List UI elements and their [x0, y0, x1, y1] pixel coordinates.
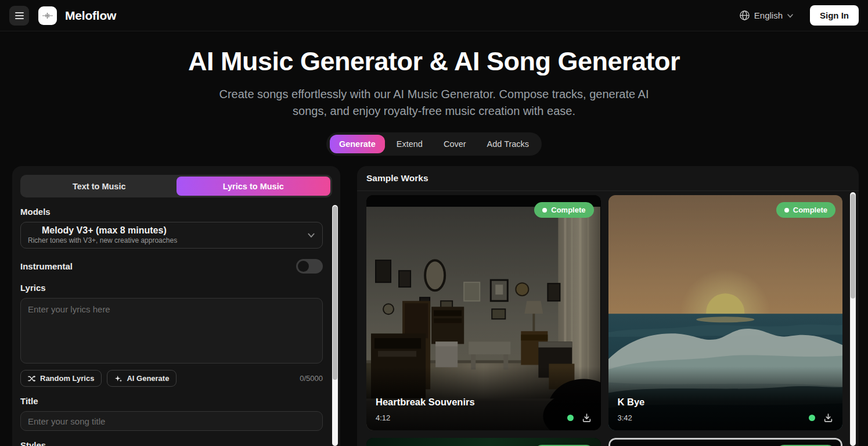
model-description: Richer tones with V3+, new creative appr…: [28, 236, 302, 244]
shuffle-icon: [28, 375, 36, 383]
title-label: Title: [20, 396, 323, 406]
tab-generate[interactable]: Generate: [330, 135, 385, 153]
composer-panel: Text to Music Lyrics to Music Models Mel…: [12, 166, 340, 446]
status-badge: Complete: [776, 202, 835, 218]
hamburger-menu-button[interactable]: [9, 6, 29, 26]
download-icon: [582, 413, 592, 423]
track-title: Heartbreak Souvenirs: [376, 397, 592, 408]
badge-label: Complete: [793, 206, 827, 214]
download-button[interactable]: [823, 413, 833, 423]
chevron-down-icon: [787, 12, 794, 19]
sample-card[interactable]: Complete: [366, 438, 601, 446]
badge-label: Complete: [551, 206, 585, 214]
instrumental-toggle[interactable]: [296, 259, 323, 274]
hamburger-icon: [15, 12, 24, 19]
page-title: AI Music Generator & AI Song Generator: [0, 46, 868, 77]
composer-scrollbar: [332, 205, 338, 446]
language-selector[interactable]: English: [739, 10, 794, 21]
mode-tabs: Generate Extend Cover Add Tracks: [326, 132, 542, 156]
tab-add-tracks[interactable]: Add Tracks: [478, 135, 539, 153]
lyrics-label: Lyrics: [20, 283, 323, 293]
random-lyrics-button[interactable]: Random Lyrics: [20, 370, 102, 387]
sample-works-heading: Sample Works: [357, 166, 859, 191]
samples-scrollbar: [850, 192, 856, 446]
card-footer: Heartbreak Souvenirs 4:12: [366, 366, 601, 430]
download-button[interactable]: [582, 413, 592, 423]
input-mode-switch: Text to Music Lyrics to Music: [20, 175, 332, 197]
samples-scrollbar-thumb[interactable]: [851, 194, 855, 298]
character-counter: 0/5000: [300, 374, 323, 383]
download-icon: [823, 413, 833, 423]
lyrics-to-music-tab[interactable]: Lyrics to Music: [177, 177, 331, 196]
composer-form: Models Melody V3+ (max 8 minutes) Richer…: [20, 207, 323, 446]
track-title: K Bye: [618, 397, 834, 408]
status-badge: Complete: [534, 202, 593, 218]
waveform-icon: [42, 10, 53, 21]
badge-dot-icon: [542, 208, 547, 213]
lyrics-input[interactable]: [20, 298, 323, 364]
track-duration: 4:12: [376, 413, 390, 422]
top-nav: Meloflow English Sign In: [0, 0, 868, 31]
text-to-music-tab[interactable]: Text to Music: [22, 177, 177, 196]
ai-generate-button[interactable]: AI Generate: [107, 370, 177, 387]
styles-label: Styles: [20, 440, 323, 446]
ready-dot-icon: [567, 415, 574, 421]
page-subtitle: Create songs effortlessly with our AI Mu…: [219, 86, 649, 120]
tab-cover[interactable]: Cover: [434, 135, 476, 153]
track-duration: 3:42: [618, 413, 632, 422]
sample-works-grid: Complete Heartbreak Souvenirs 4:12: [366, 195, 842, 446]
sparkles-icon: [114, 375, 123, 383]
sample-card[interactable]: Complete Heartbreak Souvenirs 4:12: [366, 195, 601, 430]
chevron-down-icon: [307, 231, 315, 239]
composer-scrollbar-thumb[interactable]: [333, 206, 337, 380]
model-select[interactable]: Melody V3+ (max 8 minutes) Richer tones …: [20, 222, 323, 249]
language-label: English: [754, 10, 783, 20]
sample-card[interactable]: Complete: [608, 438, 843, 446]
globe-icon: [739, 10, 750, 21]
app-logo[interactable]: [38, 6, 57, 25]
sample-works-panel: Sample Works: [357, 166, 859, 446]
instrumental-label: Instrumental: [20, 261, 73, 271]
ai-generate-label: AI Generate: [127, 374, 169, 383]
random-lyrics-label: Random Lyrics: [40, 374, 94, 383]
toggle-knob: [298, 261, 309, 272]
model-name: Melody V3+ (max 8 minutes): [28, 225, 302, 236]
hero-section: AI Music Generator & AI Song Generator C…: [0, 31, 868, 156]
badge-dot-icon: [784, 208, 789, 213]
sign-in-button[interactable]: Sign In: [810, 5, 859, 26]
song-title-input[interactable]: [20, 411, 323, 431]
tab-extend[interactable]: Extend: [387, 135, 432, 153]
card-footer: K Bye 3:42: [608, 366, 843, 430]
ready-dot-icon: [809, 415, 815, 421]
brand-title: Meloflow: [65, 9, 116, 23]
sample-card[interactable]: Complete K Bye 3:42: [608, 195, 843, 430]
models-label: Models: [20, 207, 323, 217]
